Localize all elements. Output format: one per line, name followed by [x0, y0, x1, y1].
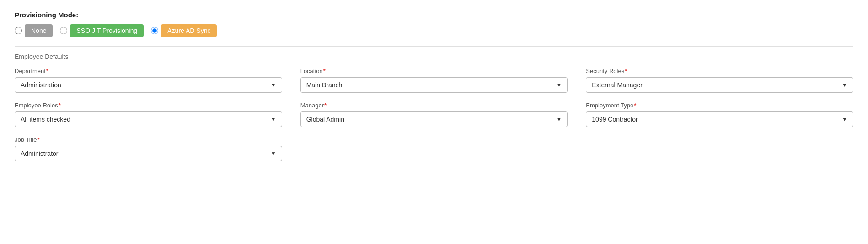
label-job-title: Job Title*: [15, 136, 282, 143]
select-employee-roles[interactable]: All items checked ▼: [15, 111, 282, 127]
field-group-manager: Manager* Global Admin ▼: [300, 102, 568, 127]
field-group-location: Location* Main Branch ▼: [300, 68, 568, 93]
select-value-job-title: Administrator: [21, 150, 58, 157]
required-asterisk-security-roles: *: [625, 68, 627, 74]
select-value-location: Main Branch: [306, 81, 343, 89]
required-asterisk-manager: *: [324, 102, 327, 109]
radio-option-azure[interactable]: Azure AD Sync: [151, 24, 217, 37]
select-value-department: Administration: [21, 81, 61, 89]
bottom-fields-row: Job Title* Administrator ▼: [15, 136, 853, 161]
select-security-roles[interactable]: External Manager ▼: [586, 77, 853, 93]
required-asterisk-job-title: *: [37, 136, 39, 143]
required-asterisk-department: *: [46, 68, 48, 74]
required-asterisk-employment-type: *: [634, 102, 636, 109]
provisioning-section: Provisioning Mode: None SSO JIT Provisio…: [15, 11, 853, 161]
radio-option-none[interactable]: None: [15, 24, 53, 37]
select-location[interactable]: Main Branch ▼: [300, 77, 568, 93]
field-group-employee-roles: Employee Roles* All items checked ▼: [15, 102, 282, 127]
select-value-security-roles: External Manager: [592, 81, 643, 89]
radio-none[interactable]: [15, 27, 22, 34]
label-employee-roles: Employee Roles*: [15, 102, 282, 109]
field-group-security-roles: Security Roles* External Manager ▼: [586, 68, 853, 93]
provisioning-radio-group: None SSO JIT Provisioning Azure AD Sync: [15, 24, 853, 37]
select-value-manager: Global Admin: [306, 116, 344, 123]
chevron-down-icon-employment-type: ▼: [842, 116, 847, 122]
radio-azure[interactable]: [151, 27, 158, 34]
select-value-employee-roles: All items checked: [21, 116, 70, 123]
label-department: Department*: [15, 68, 282, 74]
radio-label-azure[interactable]: Azure AD Sync: [161, 24, 217, 37]
select-job-title[interactable]: Administrator ▼: [15, 146, 282, 161]
chevron-down-icon-employee-roles: ▼: [271, 116, 276, 122]
label-location: Location*: [300, 68, 568, 74]
provisioning-mode-title: Provisioning Mode:: [15, 11, 853, 19]
chevron-down-icon-manager: ▼: [556, 116, 562, 122]
label-security-roles: Security Roles*: [586, 68, 853, 74]
radio-label-sso[interactable]: SSO JIT Provisioning: [70, 24, 144, 37]
select-manager[interactable]: Global Admin ▼: [300, 111, 568, 127]
label-employment-type: Employment Type*: [586, 102, 853, 109]
select-value-employment-type: 1099 Contractor: [592, 116, 638, 123]
field-group-job-title: Job Title* Administrator ▼: [15, 136, 282, 161]
radio-label-none[interactable]: None: [25, 24, 53, 37]
select-department[interactable]: Administration ▼: [15, 77, 282, 93]
label-manager: Manager*: [300, 102, 568, 109]
chevron-down-icon-location: ▼: [556, 82, 562, 88]
employee-defaults-grid: Department* Administration ▼ Location* M…: [15, 68, 853, 127]
field-group-department: Department* Administration ▼: [15, 68, 282, 93]
employee-defaults-title: Employee Defaults: [15, 46, 853, 60]
radio-option-sso[interactable]: SSO JIT Provisioning: [60, 24, 144, 37]
chevron-down-icon-security-roles: ▼: [842, 82, 847, 88]
field-group-employment-type: Employment Type* 1099 Contractor ▼: [586, 102, 853, 127]
required-asterisk-location: *: [323, 68, 326, 74]
select-employment-type[interactable]: 1099 Contractor ▼: [586, 111, 853, 127]
chevron-down-icon-job-title: ▼: [271, 150, 276, 157]
chevron-down-icon-department: ▼: [271, 82, 276, 88]
radio-sso[interactable]: [60, 27, 67, 34]
required-asterisk-employee-roles: *: [59, 102, 61, 109]
